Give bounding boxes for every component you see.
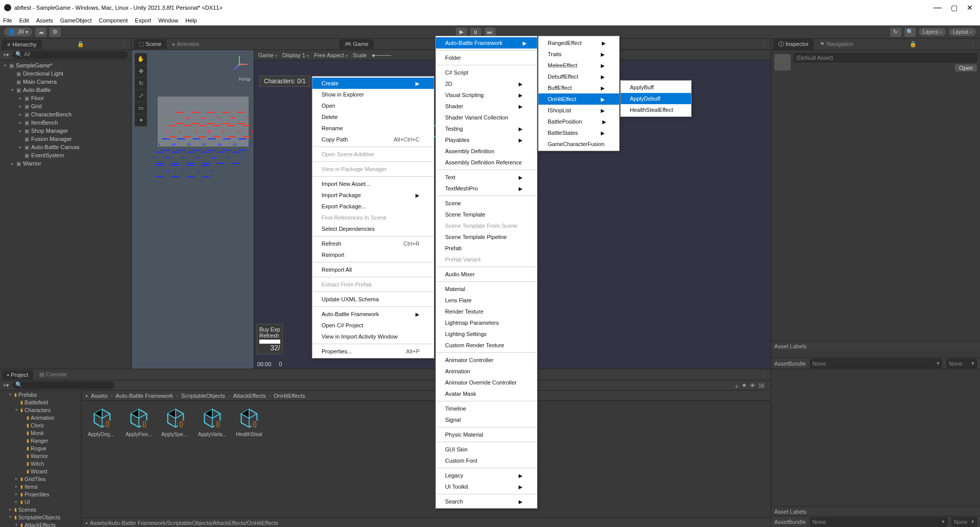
cloud-button[interactable]: ☁ [35,28,46,37]
rotate-tool-icon[interactable]: ↻ [135,78,147,90]
rect-tool-icon[interactable]: ▭ [135,102,147,114]
menu-item[interactable]: UI Toolkit▶ [436,481,537,492]
hierarchy-search[interactable]: 🔍 All [12,51,128,59]
project-folder[interactable]: ▮Animation [0,414,81,421]
project-folder[interactable]: ▸▮Projectiles [0,490,81,498]
hierarchy-item[interactable]: ▸▣ItemBench [0,118,131,127]
project-assets[interactable]: {}ApplyDege...{}ApplyFixe...{}ApplySpee.… [82,401,771,518]
hierarchy-item[interactable]: ▸▣CharacterBench [0,110,131,118]
menu-item[interactable]: HealthStealEffect [621,104,691,115]
asset-item[interactable]: {}HealthSteal [235,407,263,437]
menu-item[interactable]: 2D▶ [436,78,537,89]
project-folder[interactable]: ▸▮GridTiles [0,475,81,483]
menu-item[interactable]: BuffEffect▶ [538,82,619,93]
project-folder[interactable]: ▾▮AttackEffects [0,521,81,527]
project-folder[interactable]: ▮Rogue [0,444,81,452]
hierarchy-tab[interactable]: ≡Hierarchy [2,40,42,49]
menu-item[interactable]: MeleeEffect▶ [538,60,619,71]
hierarchy-item[interactable]: ▾▣SampleGame* [0,61,131,69]
menu-item[interactable]: Testing▶ [436,123,537,134]
menu-item[interactable]: Create▶ [312,78,434,89]
menu-item[interactable]: GameCharacterFusion [538,138,619,150]
menu-item[interactable]: Visual Scripting▶ [436,89,537,101]
assetbundle-variant-dropdown[interactable]: None▾ [946,359,977,368]
assetbundle-name-dropdown[interactable]: None▾ [810,359,942,368]
menu-item[interactable]: Legacy▶ [436,470,537,481]
menu-item[interactable]: Timeline [436,403,537,414]
menu-gameobject[interactable]: GameObject [60,17,92,23]
project-folder[interactable]: ▮Wizard [0,467,81,475]
menu-item[interactable]: IShopList▶ [538,105,619,116]
menu-item[interactable]: Scene Template [436,209,537,220]
buy-exp-button[interactable]: Buy Exp [259,326,280,332]
menu-item[interactable]: Copy PathAlt+Ctrl+C [312,134,434,145]
menu-export[interactable]: Export [135,17,151,23]
menu-item[interactable]: DebuffEffect▶ [538,71,619,82]
menu-item[interactable]: RefreshCtrl+R [312,238,434,249]
menu-item[interactable]: Lens Flare [436,295,537,306]
default-asset-field[interactable]: (Default Asset) [794,53,977,62]
menu-item[interactable]: Avatar Mask [436,388,537,399]
project-folder[interactable]: ▮Ranger [0,437,81,444]
breadcrumb-item[interactable]: ScriptableObjects [181,393,225,399]
bundle-variant-2[interactable]: None▾ [951,517,977,526]
hierarchy-item[interactable]: ▸▣Shop Manager [0,127,131,135]
hand-tool-icon[interactable]: ✋ [135,53,147,65]
close-button[interactable]: ✕ [967,4,973,12]
menu-item[interactable]: Playables▶ [436,134,537,146]
asset-item[interactable]: {}ApplyDege... [88,407,116,437]
menu-item[interactable]: Prefab [436,243,537,254]
menu-item[interactable]: Custom Font [436,455,537,466]
inspector-menu-icon[interactable]: ⋮ [968,41,978,47]
hierarchy-item[interactable]: ▾▣Auto-Battle [0,86,131,94]
hierarchy-item[interactable]: ▣Directional Light [0,69,131,78]
game-aspect-dropdown[interactable]: Free Aspect [314,52,348,58]
menu-item[interactable]: Render Texture [436,306,537,317]
scene-view[interactable]: ✋ ✥ ↻ ⤢ ▭ ✦ Persp [132,50,254,369]
menu-item[interactable]: ApplyDebuff [621,93,691,104]
project-folder[interactable]: ▮Monk [0,429,81,437]
hierarchy-item[interactable]: ▣Fusion Manager [0,135,131,143]
menu-item[interactable]: Reimport [312,249,434,260]
asset-labels-section[interactable]: Asset Labels [771,341,980,350]
menu-item[interactable]: GUI Skin [436,444,537,455]
hierarchy-item[interactable]: ▣EventSystem [0,151,131,159]
menu-item[interactable]: Traits▶ [538,49,619,60]
context-menu-onhit[interactable]: ApplyBuffApplyDebuffHealthStealEffect [620,80,692,117]
menu-item[interactable]: Assembly Definition Reference [436,157,537,168]
menu-item[interactable]: Material [436,283,537,295]
project-breadcrumb[interactable]: ▪Assets›Auto-Battle Framework›Scriptable… [82,391,771,401]
menu-item[interactable]: Auto-Battle Framework▶ [312,308,434,320]
layers-dropdown[interactable]: Layers [919,28,946,36]
console-tab[interactable]: ▤ Console [34,370,71,379]
menu-item[interactable]: TextMeshPro▶ [436,183,537,194]
scale-tool-icon[interactable]: ⤢ [135,90,147,102]
menu-item[interactable]: C# Script [436,67,537,78]
menu-assets[interactable]: Assets [36,17,53,23]
menu-item[interactable]: Text▶ [436,172,537,183]
hierarchy-item[interactable]: ▸▣Warrior [0,159,131,167]
menu-item[interactable]: Reimport All [312,264,434,275]
menu-help[interactable]: Help [185,17,197,23]
navigation-tab[interactable]: ⚑ Navigation [815,39,858,49]
menu-item[interactable]: BattleStates▶ [538,127,619,138]
breadcrumb-item[interactable]: Auto-Battle Framework [116,393,173,399]
context-menu-create[interactable]: Auto-Battle Framework▶FolderC# Script2D▶… [435,36,537,509]
project-add-button[interactable]: +▾ [3,382,9,389]
menu-item[interactable]: Scene [436,198,537,209]
menu-item[interactable]: View in Import Activity Window [312,331,434,342]
menu-item[interactable]: Custom Render Texture [436,340,537,351]
breadcrumb-item[interactable]: AttackEffects [233,393,266,399]
game-tab[interactable]: 🎮 Game [339,39,374,49]
breadcrumb-item[interactable]: Assets [91,393,108,399]
hierarchy-item[interactable]: ▸▣Auto-Battle Canvas [0,143,131,151]
hierarchy-lock-icon[interactable]: 🔒 [75,41,86,47]
menu-item[interactable]: Animation [436,366,537,377]
menu-item[interactable]: Audio Mixer [436,269,537,280]
open-asset-button[interactable]: Open [955,64,977,71]
hierarchy-item[interactable]: ▸▣Grid [0,102,131,110]
game-display-dropdown[interactable]: Display 1 [282,52,309,58]
menu-item[interactable]: Show in Explorer [312,89,434,100]
inspector-tab[interactable]: ⓘ Inspector [773,39,814,50]
menu-item[interactable]: Search▶ [436,496,537,507]
